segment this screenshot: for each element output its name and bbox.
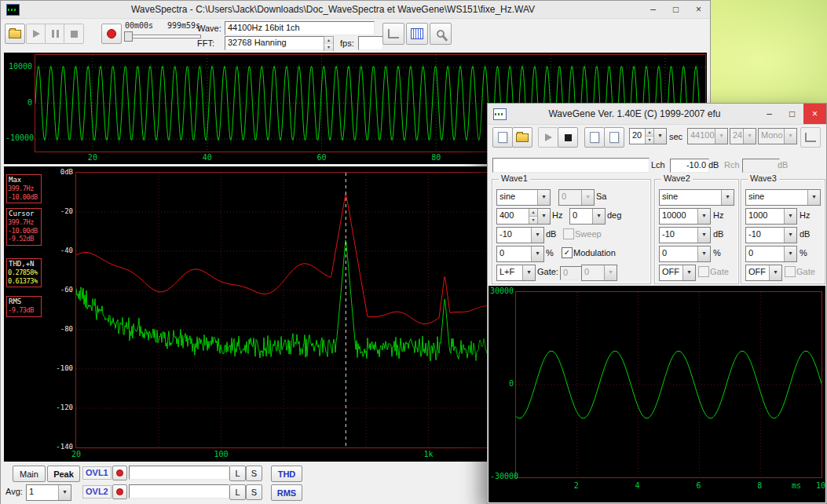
chevron-down-icon[interactable]: ▾ [784, 209, 796, 224]
wave1-output-value: L+F [497, 265, 522, 280]
wave1-modulation-checkbox[interactable]: ✓ [562, 247, 573, 258]
wave1-harmonic-combo[interactable]: 0 ▾ [558, 189, 595, 206]
wave1-gate-mode-combo[interactable]: 0 ▾ [581, 265, 617, 281]
wave1-level-combo[interactable]: -10 ▾ [496, 227, 544, 243]
wave2-output-combo[interactable]: OFF ▾ [659, 265, 696, 281]
spectrum-settings-button[interactable] [406, 23, 428, 45]
spin-down-icon[interactable]: ▾ [324, 44, 333, 51]
ovl1-save-button[interactable]: S [246, 466, 262, 481]
wg-maximize-button[interactable]: □ [781, 104, 803, 124]
position-slider[interactable] [124, 31, 201, 41]
ovl2-save-button[interactable]: S [246, 484, 262, 500]
wave2-type-combo[interactable]: sine ▾ [659, 189, 734, 206]
open-file-button[interactable] [5, 24, 25, 44]
ws-minimize-button[interactable]: – [642, 1, 664, 18]
play-button[interactable] [26, 24, 46, 44]
wave3-output-combo[interactable]: OFF ▾ [745, 265, 782, 281]
wg-play-button[interactable] [538, 127, 558, 148]
wave1-sweep-checkbox[interactable] [563, 228, 574, 239]
chevron-down-icon[interactable]: ▾ [537, 190, 550, 205]
wg-paste-button[interactable] [604, 127, 624, 148]
wave1-percent-combo[interactable]: 0 ▾ [496, 246, 544, 262]
spin-down-icon[interactable]: ▾ [646, 136, 653, 144]
chevron-down-icon[interactable]: ▾ [697, 209, 710, 224]
lch-level-field[interactable]: -10.0 [670, 159, 709, 173]
wg-save-button[interactable] [512, 127, 532, 148]
wave2-gate-checkbox[interactable] [698, 266, 709, 277]
wave3-group: Wave3 sine ▾ 1000 ▾ Hz -10 ▾ dB 0 ▾ % OF… [741, 179, 825, 284]
wg-close-button[interactable]: × [803, 104, 826, 124]
samplerate-combo[interactable]: 44100 ▾ [687, 128, 728, 144]
chevron-down-icon[interactable]: ▾ [653, 129, 666, 144]
max-readout: Max 399.7Hz -10.00dB [6, 174, 42, 203]
bitdepth-combo[interactable]: 24 ▾ [730, 128, 756, 144]
wave2-level-combo[interactable]: -10 ▾ [659, 227, 711, 243]
fft-size-spinner[interactable]: ▴▾ [324, 36, 334, 51]
ws-titlebar[interactable]: WaveSpectra - C:\Users\Jack\Downloads\Do… [1, 1, 710, 19]
chevron-down-icon[interactable]: ▾ [697, 228, 710, 243]
options-button[interactable] [430, 23, 452, 45]
chevron-down-icon[interactable]: ▾ [682, 265, 695, 280]
channel-combo[interactable]: Mono ▾ [758, 128, 797, 144]
ovl1-file-field[interactable] [129, 466, 229, 480]
chevron-down-icon[interactable]: ▾ [697, 247, 710, 261]
chevron-down-icon[interactable]: ▾ [58, 485, 71, 500]
wg-new-button[interactable] [492, 127, 513, 148]
wg-minimize-button[interactable]: – [758, 104, 781, 124]
duration-spinner[interactable]: ▴▾ [645, 129, 653, 144]
thd-button[interactable]: THD [271, 466, 302, 482]
wg-titlebar[interactable]: WaveGene Ver. 1.40E (C) 1999-2007 efu – … [488, 104, 826, 125]
avg-combo[interactable]: 1 ▾ [26, 484, 71, 501]
wave1-phase-combo[interactable]: 0 ▾ [569, 208, 606, 225]
chevron-down-icon[interactable]: ▾ [531, 228, 543, 243]
wg-stop-button[interactable] [558, 127, 578, 148]
chevron-down-icon[interactable]: ▾ [531, 247, 543, 261]
wave3-percent-combo[interactable]: 0 ▾ [745, 246, 797, 262]
chevron-down-icon[interactable]: ▾ [784, 247, 796, 261]
wave2-percent-combo[interactable]: 0 ▾ [659, 246, 711, 262]
ovl2-file-field[interactable] [129, 484, 229, 499]
record-button[interactable] [101, 24, 122, 44]
max-level: -10.00dB [8, 193, 40, 202]
ovl2-load-button[interactable]: L [229, 484, 246, 500]
chevron-down-icon[interactable]: ▾ [769, 265, 781, 280]
wave1-type-combo[interactable]: sine ▾ [496, 189, 551, 206]
chevron-down-icon[interactable]: ▾ [784, 228, 796, 243]
spin-up-icon[interactable]: ▴ [529, 209, 537, 216]
spin-up-icon[interactable]: ▴ [646, 129, 653, 136]
wave3-type-combo[interactable]: sine ▾ [745, 189, 821, 206]
wave1-freq-combo[interactable]: 400 ▴▾ ▾ [496, 208, 551, 225]
ovl1-record-button[interactable] [112, 466, 127, 480]
wave3-gate-checkbox[interactable] [785, 266, 796, 277]
duration-combo[interactable]: 20 ▴▾ ▾ [629, 128, 667, 144]
wave1-output-combo[interactable]: L+F ▾ [496, 265, 536, 281]
wave3-level-combo[interactable]: -10 ▾ [745, 227, 797, 243]
ovl2-record-button[interactable] [112, 484, 127, 499]
chevron-down-icon[interactable]: ▾ [807, 190, 820, 205]
comment-field[interactable] [492, 158, 650, 173]
rms-button[interactable]: RMS [271, 484, 302, 501]
chevron-down-icon[interactable]: ▾ [721, 190, 734, 205]
fft-settings-field[interactable]: 32768 Hanning [225, 36, 328, 50]
main-tab-button[interactable]: Main [13, 466, 46, 482]
ws-close-button[interactable]: × [687, 1, 710, 18]
peak-tab-button[interactable]: Peak [47, 466, 80, 482]
chevron-down-icon[interactable]: ▾ [522, 265, 535, 280]
pause-button[interactable] [45, 24, 65, 44]
ovl1-load-button[interactable]: L [229, 466, 246, 481]
stop-button[interactable] [64, 24, 84, 44]
wg-copy-button[interactable] [584, 127, 605, 148]
wave2-freq-combo[interactable]: 10000 ▾ [659, 208, 711, 225]
slider-thumb[interactable] [124, 31, 133, 42]
wave3-freq-combo[interactable]: 1000 ▾ [745, 208, 797, 225]
scope-display-button[interactable] [382, 23, 404, 45]
chevron-down-icon[interactable]: ▾ [537, 209, 550, 224]
ws-maximize-button[interactable]: □ [664, 1, 687, 18]
spin-up-icon[interactable]: ▴ [324, 37, 333, 44]
spin-down-icon[interactable]: ▾ [529, 216, 537, 224]
chevron-down-icon[interactable]: ▾ [592, 209, 605, 224]
samplerate-value: 44100 [688, 129, 715, 144]
waveform-x-label: 20 [88, 153, 97, 162]
wave1-freq-spinner[interactable]: ▴▾ [529, 209, 537, 224]
wg-repeat-button[interactable] [800, 127, 821, 148]
